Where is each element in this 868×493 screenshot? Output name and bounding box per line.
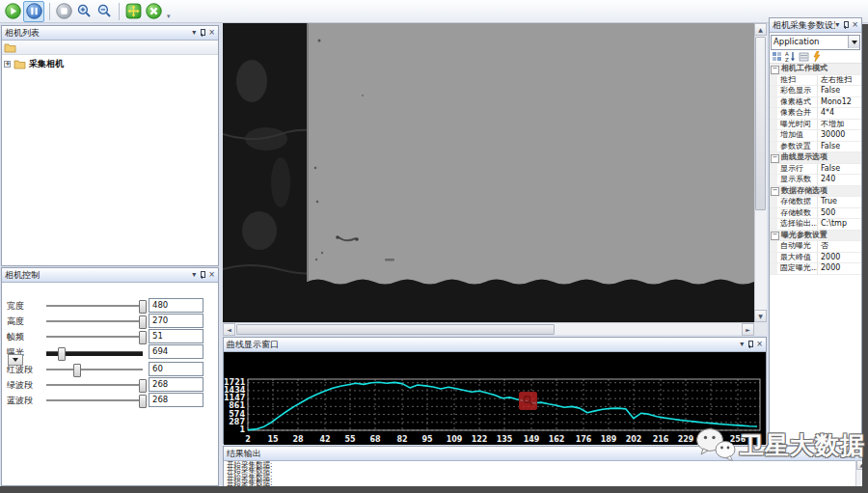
property-row[interactable]: 像素格式Mono12 — [770, 97, 861, 109]
property-value[interactable]: C:\tmp — [818, 219, 861, 230]
sort-alphabetical-icon[interactable]: A Z — [785, 51, 796, 62]
pin-icon[interactable] — [200, 271, 204, 279]
property-value[interactable]: False — [818, 164, 861, 175]
pin-icon[interactable] — [849, 450, 854, 457]
property-value[interactable]: 左右推扫 — [818, 75, 861, 86]
property-row[interactable]: 参数设置False — [770, 142, 861, 153]
chevron-down-icon[interactable]: ▾ — [192, 29, 196, 37]
property-row[interactable]: 彩色显示False — [770, 86, 861, 97]
folder-icon[interactable] — [4, 42, 16, 53]
chevron-down-icon[interactable]: ▾ — [192, 271, 196, 279]
scroll-down-icon[interactable]: ▼ — [754, 310, 767, 322]
vertical-scrollbar[interactable]: ▲ ▼ — [754, 23, 767, 322]
slider-track[interactable] — [46, 336, 143, 339]
slider-thumb[interactable] — [139, 331, 147, 344]
scroll-right-icon[interactable]: ► — [742, 323, 754, 336]
property-row[interactable]: 存储数据True — [770, 197, 861, 208]
expander-icon[interactable]: + — [4, 61, 11, 68]
pin-icon[interactable] — [747, 341, 752, 348]
property-row[interactable]: 像素合并4*4 — [770, 108, 861, 120]
fit-view-button[interactable] — [123, 2, 143, 21]
events-lightning-icon[interactable] — [812, 51, 822, 62]
camera-image[interactable] — [223, 23, 754, 322]
property-row[interactable]: 存储帧数500 — [770, 208, 861, 220]
slider-thumb[interactable] — [139, 300, 147, 314]
property-row[interactable]: 曝光时间不增加 — [770, 120, 861, 131]
collapse-icon[interactable]: − — [771, 187, 779, 196]
chevron-down-icon[interactable]: ▾ — [841, 450, 845, 457]
vscroll-thumb[interactable] — [755, 37, 766, 210]
property-value[interactable]: 否 — [818, 241, 861, 252]
property-row[interactable]: 增加值30000 — [770, 130, 861, 142]
slider-value[interactable]: 60 — [149, 362, 203, 376]
slider-track[interactable] — [46, 351, 143, 357]
property-category[interactable]: −数据存储选项 — [770, 186, 861, 198]
property-value[interactable]: 500 — [818, 208, 861, 219]
property-category[interactable]: −曝光参数设置 — [770, 231, 861, 242]
slider-value[interactable]: 268 — [149, 393, 203, 407]
scroll-left-icon[interactable]: ◄ — [223, 323, 235, 336]
horizontal-scrollbar[interactable]: ◄ ► — [223, 322, 754, 335]
property-row[interactable]: 固定曝光...2000 — [770, 263, 861, 275]
property-value[interactable]: 4*4 — [818, 108, 861, 119]
slider-track[interactable] — [46, 305, 143, 308]
property-row[interactable]: 选择输出...C:\tmp — [770, 219, 861, 231]
slider-track[interactable] — [46, 369, 143, 371]
slider-value[interactable]: 480 — [149, 298, 203, 313]
slider-value[interactable]: 270 — [149, 314, 203, 328]
slider-track[interactable] — [46, 399, 143, 402]
combo-dropdown-button[interactable] — [848, 36, 859, 48]
collapse-icon[interactable]: − — [771, 232, 779, 240]
pin-icon[interactable] — [843, 21, 848, 29]
play-button[interactable] — [3, 2, 22, 21]
close-panel-icon[interactable]: × — [756, 341, 763, 348]
tree-item-capture-camera[interactable]: + 采集相机 — [4, 58, 218, 70]
property-row[interactable]: 最大峰值2000 — [770, 253, 861, 264]
slider-value[interactable]: 694 — [149, 344, 203, 359]
pause-button[interactable] — [23, 1, 44, 22]
slider-value[interactable]: 268 — [149, 377, 203, 392]
close-button[interactable] — [144, 2, 163, 21]
slider-thumb[interactable] — [58, 347, 66, 361]
scroll-up-icon[interactable]: ▲ — [754, 23, 767, 36]
property-value[interactable]: 2000 — [818, 253, 861, 263]
stop-button[interactable] — [54, 2, 73, 21]
property-value[interactable]: 2000 — [818, 263, 861, 274]
property-row[interactable]: 显示系数240 — [770, 175, 861, 186]
toolbar-overflow-icon[interactable]: ▾ — [167, 13, 171, 22]
property-value[interactable]: 240 — [818, 175, 861, 185]
property-category[interactable]: −曲线显示选项 — [770, 152, 861, 164]
collapse-icon[interactable]: − — [771, 66, 779, 74]
close-panel-icon[interactable]: × — [208, 271, 215, 279]
property-value[interactable]: 30000 — [818, 130, 861, 141]
categorize-icon[interactable] — [772, 51, 782, 62]
zoom-out-button[interactable] — [95, 2, 114, 21]
slider-thumb[interactable] — [139, 395, 147, 408]
property-row[interactable]: 自动曝光否 — [770, 241, 861, 253]
chevron-down-icon[interactable]: ▾ — [740, 341, 744, 348]
red-magnifier-cursor[interactable] — [519, 392, 537, 410]
property-value[interactable]: False — [818, 86, 861, 96]
property-pages-icon[interactable] — [799, 51, 809, 62]
property-value[interactable]: False — [818, 142, 861, 152]
hscroll-thumb[interactable] — [236, 324, 555, 335]
property-value[interactable]: 不增加 — [818, 120, 861, 130]
collapse-icon[interactable]: − — [771, 154, 779, 163]
close-panel-icon[interactable]: × — [208, 29, 215, 37]
property-value[interactable]: Mono12 — [818, 97, 861, 108]
slider-thumb[interactable] — [139, 315, 147, 329]
slider-track[interactable] — [46, 320, 143, 323]
slider-thumb[interactable] — [139, 379, 147, 393]
property-row[interactable]: 显示行False — [770, 164, 861, 176]
curve-chart[interactable]: 1721143411478615742871215284255688295109… — [224, 352, 766, 445]
property-value[interactable]: True — [818, 197, 861, 207]
property-row[interactable]: 推扫左右推扫 — [770, 75, 861, 87]
zoom-in-button[interactable] — [74, 2, 94, 21]
property-category[interactable]: −相机工作模式 — [770, 64, 861, 75]
close-panel-icon[interactable]: × — [852, 21, 858, 29]
slider-value[interactable]: 51 — [149, 329, 203, 343]
pin-icon[interactable] — [200, 29, 204, 37]
chevron-down-icon[interactable]: ▾ — [835, 21, 839, 29]
slider-thumb[interactable] — [73, 364, 81, 377]
slider-track[interactable] — [46, 384, 143, 387]
